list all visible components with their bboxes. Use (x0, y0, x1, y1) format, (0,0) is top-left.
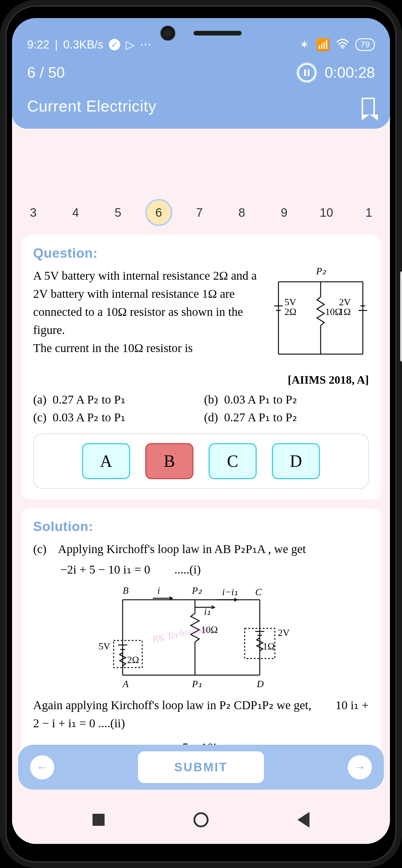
svg-text:P₁: P₁ (192, 678, 202, 689)
qnav-item-1[interactable]: 1 (348, 200, 390, 225)
sync-icon: ✓ (109, 39, 120, 50)
svg-text:10Ω: 10Ω (325, 306, 342, 317)
qnav-item-9[interactable]: 9 (263, 200, 306, 225)
phone-frame: 9:22 | 0.3KB/s ✓ ▷ ⋯ ✶ 📶 79 6 / 50 (0, 0, 402, 868)
power-button[interactable] (400, 271, 402, 362)
qnav-item-4[interactable]: 4 (55, 200, 97, 225)
svg-text:i: i (157, 585, 160, 596)
options-text: (a) 0.27 A P₂ to P₁ (b) 0.03 A P₁ to P₂ … (33, 393, 369, 424)
solution-eq1: −2i + 5 − 10 i₁ = 0 .....(i) (33, 561, 369, 579)
svg-text:A: A (122, 678, 129, 689)
play-icon: ▷ (126, 38, 134, 51)
recent-apps-button[interactable] (93, 814, 104, 826)
question-label: Question: (33, 246, 369, 261)
bookmark-icon[interactable] (362, 98, 375, 115)
timer-value: 0:00:28 (324, 64, 375, 82)
svg-text:D: D (256, 678, 264, 689)
option-b-text: (b) 0.03 A P₁ to P₂ (204, 393, 369, 407)
bluetooth-icon: ✶ (300, 38, 309, 51)
question-progress: 6 / 50 (27, 64, 65, 82)
more-icon: ⋯ (140, 38, 151, 51)
battery-indicator: 79 (355, 38, 375, 51)
option-a-text: (a) 0.27 A P₂ to P₁ (33, 393, 198, 407)
svg-text:i−i₁: i−i₁ (222, 587, 238, 597)
svg-text:P₂: P₂ (192, 585, 202, 596)
android-nav-bar (12, 796, 390, 844)
prev-question-button[interactable]: ← (30, 755, 54, 779)
earpiece-speaker (193, 31, 242, 36)
solution-body: (c) Applying Kirchoff's loop law in AB P… (33, 540, 369, 753)
question-card: Question: A 5V battery with internal res… (21, 235, 381, 499)
solution-label: Solution: (33, 519, 369, 534)
home-button[interactable] (193, 812, 209, 827)
pause-icon (304, 69, 309, 76)
svg-text:B: B (123, 585, 129, 596)
node-p2-label: P₂ (316, 267, 327, 276)
svg-point-0 (342, 47, 344, 49)
svg-text:1Ω: 1Ω (263, 641, 275, 652)
topic-title: Current Electricity (27, 97, 156, 115)
app-header: 6 / 50 0:00:28 Current Electricity (12, 57, 390, 129)
svg-text:2Ω: 2Ω (127, 654, 139, 665)
svg-text:C: C (255, 587, 262, 597)
back-button[interactable] (298, 812, 309, 828)
svg-text:2Ω: 2Ω (284, 306, 297, 317)
arrow-right-icon: → (354, 761, 366, 774)
answer-button-a[interactable]: A (82, 443, 130, 479)
qnav-item-3[interactable]: 3 (12, 200, 55, 225)
svg-text:2V: 2V (278, 627, 289, 638)
question-circuit-diagram: P₂ 5V (272, 267, 369, 370)
answer-button-c[interactable]: C (209, 443, 257, 479)
wifi-icon (337, 38, 349, 51)
solution-circuit-diagram: B i P₂ i−i₁ C (93, 585, 309, 690)
answer-buttons-row: ABCD (33, 433, 369, 489)
qnav-item-6[interactable]: 6 (145, 199, 173, 226)
svg-text:5V: 5V (284, 297, 296, 307)
option-d-text: (d) 0.27 A P₁ to P₂ (204, 410, 369, 424)
pause-button[interactable] (298, 63, 316, 82)
qnav-item-5[interactable]: 5 (97, 200, 139, 225)
solution-intro: (c) Applying Kirchoff's loop law in AB P… (33, 540, 369, 558)
svg-text:i₁: i₁ (204, 606, 211, 617)
svg-text:2V: 2V (339, 297, 351, 307)
screen: 9:22 | 0.3KB/s ✓ ▷ ⋯ ✶ 📶 79 6 / 50 (12, 18, 390, 844)
arrow-left-icon: ← (36, 761, 48, 774)
status-time: 9:22 (27, 38, 50, 51)
bottom-action-bar: ← SUBMIT → (18, 745, 384, 789)
front-camera (160, 26, 175, 41)
phone-notch (160, 26, 242, 41)
solution-card: Solution: (c) Applying Kirchoff's loop l… (21, 508, 381, 753)
question-number-nav[interactable]: 3456789101 (12, 187, 390, 235)
svg-text:5V: 5V (98, 641, 110, 652)
qnav-item-7[interactable]: 7 (178, 200, 221, 225)
qnav-item-8[interactable]: 8 (221, 200, 263, 225)
question-text: A 5V battery with internal resistance 2Ω… (33, 267, 267, 370)
answer-button-b[interactable]: B (145, 443, 193, 479)
answer-button-d[interactable]: D (272, 443, 320, 479)
signal-icon: 📶 (316, 38, 330, 51)
submit-button[interactable]: SUBMIT (138, 751, 264, 783)
option-c-text: (c) 0.03 A P₂ to P₁ (33, 410, 198, 424)
next-question-button[interactable]: → (348, 755, 372, 779)
status-net-speed: 0.3KB/s (63, 38, 103, 51)
qnav-item-10[interactable]: 10 (305, 200, 348, 225)
question-source: [AIIMS 2018, A] (33, 373, 369, 386)
svg-text:RK Technology: RK Technology (151, 622, 211, 645)
solution-para2: Again applying Kirchoff's loop law in P₂… (33, 696, 369, 733)
